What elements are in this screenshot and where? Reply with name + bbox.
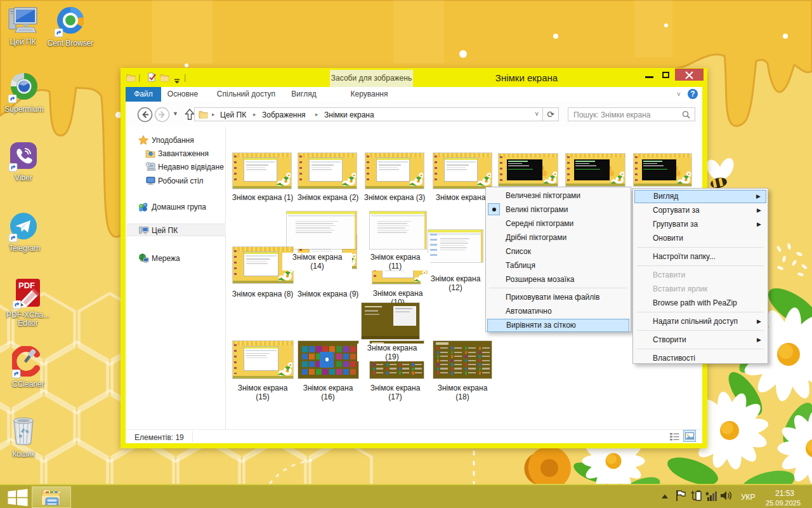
svg-text:PDF: PDF xyxy=(18,281,35,290)
